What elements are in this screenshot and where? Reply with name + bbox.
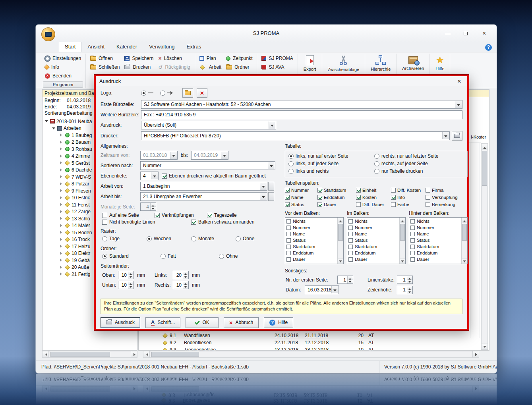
zeitraum-von-select[interactable]: 01.03.2018: [140, 151, 178, 160]
chevron-down-icon[interactable]: [151, 172, 158, 179]
radio-icon[interactable]: [102, 236, 107, 241]
spalte-checkbox[interactable]: Kosten: [356, 195, 391, 200]
ribbon-tab[interactable]: Extras: [180, 42, 207, 52]
option-checkbox[interactable]: Tageszeile: [207, 212, 259, 218]
expander-open-icon[interactable]: [44, 119, 49, 123]
expander-closed-icon[interactable]: [59, 244, 63, 249]
programm-group-caption[interactable]: Programm: [43, 81, 83, 88]
spalte-checkbox[interactable]: Firma: [426, 188, 468, 193]
checkbox-icon[interactable]: [391, 195, 396, 200]
tree-horizontal-scrollbar[interactable]: [42, 351, 137, 358]
listbox-item[interactable]: Status: [347, 237, 399, 243]
logo-open-button[interactable]: [182, 88, 193, 98]
spin-up-icon[interactable]: [128, 271, 133, 275]
spin-down-icon[interactable]: [407, 280, 412, 284]
expander-closed-icon[interactable]: [59, 210, 63, 214]
expander-closed-icon[interactable]: [59, 168, 63, 172]
chevron-down-icon[interactable]: [170, 152, 177, 159]
logo-remove-button[interactable]: ×: [197, 88, 207, 98]
listbox-item[interactable]: Startdatum: [409, 243, 461, 250]
table-row[interactable]: 9.2 Bodenfliesen 22.11.2018 12.12.2018 1…: [139, 339, 481, 346]
datum-select[interactable]: 16.03.2018: [305, 285, 339, 294]
spin-up-icon[interactable]: [407, 286, 412, 290]
monate-stepper[interactable]: 4: [140, 202, 156, 211]
checkbox-icon[interactable]: [348, 226, 353, 230]
checkbox-icon[interactable]: [155, 213, 160, 218]
spalte-checkbox[interactable]: Diff. Dauer: [356, 202, 391, 207]
expander-closed-icon[interactable]: [59, 216, 63, 221]
radio-icon[interactable]: [288, 161, 294, 166]
table-row[interactable]: 9.1 Wandfliesen 24.10.2018 21.11.2018 20…: [139, 332, 481, 339]
scroll-thumb[interactable]: [50, 352, 110, 357]
spin-up-icon[interactable]: [151, 203, 156, 207]
column-header[interactable]: I-Koster: [471, 135, 486, 139]
chevron-down-icon[interactable]: [331, 286, 338, 293]
ordner-radio[interactable]: Standard: [102, 253, 161, 259]
archivieren-button[interactable]: Archivieren: [399, 54, 427, 71]
expander-closed-icon[interactable]: [59, 140, 63, 145]
printer-properties-button[interactable]: [452, 131, 462, 141]
tabelle-radio[interactable]: links und rechts: [288, 168, 374, 174]
zeilenhoehe-stepper[interactable]: 1: [397, 286, 413, 294]
ribbon-tab[interactable]: Start: [59, 42, 81, 52]
hilfe-button[interactable]: ?Hilfe: [264, 317, 293, 328]
checkbox-icon[interactable]: [191, 220, 196, 225]
checkbox-icon[interactable]: [410, 219, 415, 224]
listbox-item[interactable]: Startdatum: [285, 243, 337, 250]
expander-closed-icon[interactable]: [59, 258, 63, 262]
expander-closed-icon[interactable]: [59, 237, 63, 242]
raster-radio[interactable]: Wochen: [147, 236, 191, 241]
im-balken-listbox[interactable]: Nichts Nummer Name Status Startdatum: [347, 217, 406, 264]
scroll-down-icon[interactable]: [400, 258, 405, 264]
ribbon-tab[interactable]: Ansicht: [81, 42, 110, 52]
scroll-right-icon[interactable]: [472, 351, 479, 357]
spalte-checkbox[interactable]: Nummer: [285, 188, 317, 193]
spin-down-icon[interactable]: [407, 290, 412, 294]
tabelle-radio[interactable]: rechts, auf jeder Seite: [374, 161, 464, 166]
spin-up-icon[interactable]: [128, 281, 133, 285]
links-stepper[interactable]: 20: [173, 271, 189, 279]
scroll-down-icon[interactable]: [482, 343, 488, 349]
checkbox-icon[interactable]: [285, 188, 290, 193]
raster-radio[interactable]: Ohne: [236, 236, 280, 241]
ordner-radio[interactable]: Ohne: [219, 253, 277, 259]
scroll-thumb[interactable]: [151, 352, 199, 357]
expander-closed-icon[interactable]: [59, 175, 63, 179]
radio-icon[interactable]: [374, 154, 379, 159]
sj-ava-button[interactable]: SJ AVA: [259, 63, 295, 71]
listbox-item[interactable]: Startdatum: [347, 243, 399, 250]
maximize-button[interactable]: [460, 29, 472, 38]
checkbox-icon[interactable]: [348, 219, 353, 224]
checkbox-icon[interactable]: [410, 251, 415, 255]
listbox-item[interactable]: Enddatum: [347, 250, 399, 256]
option-checkbox[interactable]: Nicht benötigte Linien: [102, 219, 191, 225]
arbeit-bis-select[interactable]: 21.3 Übergabe an Erwerber: [140, 192, 267, 201]
expander-closed-icon[interactable]: [59, 133, 63, 137]
scroll-down-icon[interactable]: [462, 258, 467, 264]
beenden-button[interactable]: ×Beenden: [43, 71, 83, 80]
ribbon-tab[interactable]: Verwaltung: [143, 42, 180, 52]
checkbox-icon[interactable]: [317, 188, 322, 193]
hinter-dem-balken-listbox[interactable]: Nichts Nummer Name Status Startdatum: [409, 217, 468, 264]
raster-radio[interactable]: Tage: [102, 236, 147, 241]
spalte-checkbox[interactable]: Diff. Kosten: [391, 188, 426, 193]
checkbox-icon[interactable]: [410, 226, 415, 230]
raster-radio[interactable]: Monate: [191, 236, 236, 241]
spalte-checkbox[interactable]: Startdatum: [317, 188, 356, 193]
scroll-thumb[interactable]: [482, 151, 487, 186]
chevron-down-icon[interactable]: [260, 193, 267, 200]
oeffnen-button[interactable]: Öffnen: [88, 54, 122, 63]
checkbox-icon[interactable]: [286, 219, 291, 224]
listbox-scrollbar[interactable]: [461, 218, 467, 264]
listbox-item[interactable]: Name: [347, 231, 399, 237]
spalte-checkbox[interactable]: Einheit: [356, 188, 391, 193]
tabelle-radio[interactable]: links, nur auf erster Seite: [288, 153, 374, 159]
checkbox-icon[interactable]: [410, 232, 415, 236]
arbeit-bis-picker-button[interactable]: [268, 192, 274, 201]
radio-icon[interactable]: [374, 161, 379, 166]
checkbox-icon[interactable]: [410, 238, 415, 243]
expander-open-icon[interactable]: [52, 126, 56, 131]
sortieren-select[interactable]: Nummer: [140, 161, 275, 170]
ausdruck-button[interactable]: Ausdruck: [101, 317, 140, 328]
listbox-scrollbar[interactable]: [399, 218, 405, 264]
